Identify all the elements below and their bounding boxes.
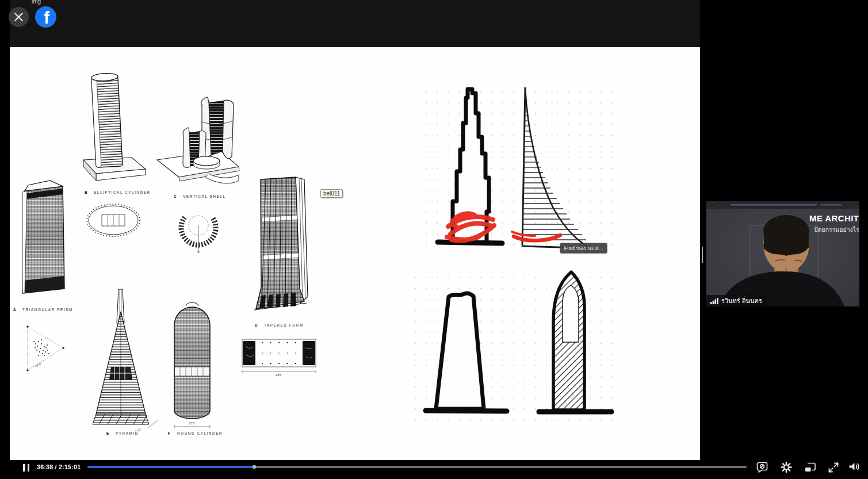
figure-tapered-form xyxy=(254,177,308,310)
speaker-name: รวินทร์ ถิ่นนคร xyxy=(721,296,762,306)
settings-button[interactable] xyxy=(782,462,791,472)
control-icons xyxy=(0,460,868,479)
slide-artwork: 600' 145' xyxy=(10,47,700,460)
webcam-banner-title: ME ARCHITE xyxy=(809,213,859,223)
gear-icon xyxy=(782,462,791,472)
figure-vertical-shell xyxy=(157,97,239,183)
label-tapered-form: TAPERED FORM xyxy=(264,323,304,327)
player-controls: 36:38 / 2:15:01 xyxy=(0,460,868,479)
speaker-name-badge: รวินทร์ ถิ่นนคร xyxy=(706,295,767,306)
filename-tooltip: bel011 xyxy=(320,189,343,198)
video-player[interactable]: img f xyxy=(0,0,868,479)
label-vertical-shell: VERTICAL SHELL xyxy=(183,194,226,198)
presenter-webcam: ME ARCHITE ปัตยกรรมอย่างไร รวินทร์ ถิ่นน… xyxy=(706,201,859,306)
meeting-app-icon xyxy=(710,203,714,208)
volume-icon xyxy=(850,463,859,470)
figure-pyramid: 145' xyxy=(93,289,158,433)
label-elliptical-cylinder: ELLIPTICAL CYLINDER xyxy=(94,190,151,194)
label-key-f: F xyxy=(168,431,171,435)
webcam-banner-subtitle: ปัตยกรรมอย่างไร xyxy=(814,225,859,235)
close-icon xyxy=(14,13,23,21)
figure-elliptical-cylinder xyxy=(83,72,146,181)
picture-in-picture-icon xyxy=(805,463,815,472)
plan-elliptical-cylinder xyxy=(87,204,140,236)
comments-disabled-button[interactable] xyxy=(758,463,767,473)
pip-button[interactable] xyxy=(805,463,815,472)
dim-triangle-plan: 600' xyxy=(35,362,42,368)
fullscreen-button[interactable] xyxy=(829,463,838,472)
label-key-b: B xyxy=(85,190,88,194)
label-key-c: C xyxy=(174,194,177,198)
page-corner-text: img xyxy=(32,0,41,5)
label-key-a: A xyxy=(13,308,17,312)
label-pyramid: PYRAMID xyxy=(116,431,139,435)
label-key-d: D xyxy=(255,323,258,327)
signal-bars-icon xyxy=(710,297,718,304)
figure-triangular-prism xyxy=(22,181,64,293)
facebook-logo-icon[interactable]: f xyxy=(35,6,56,28)
shared-slide: 600' 145' xyxy=(10,47,700,460)
plan-vertical-shell xyxy=(181,216,216,253)
label-key-e: E xyxy=(106,431,110,435)
label-round-cylinder: ROUND CYLINDER xyxy=(177,431,223,435)
figure-round-cylinder: 110' xyxy=(174,302,210,428)
dim-tapered-plan: 285' xyxy=(276,373,282,377)
ipad-source-label: iPad ของ NEX... xyxy=(560,243,607,254)
volume-button[interactable] xyxy=(850,463,859,470)
close-button[interactable] xyxy=(9,7,29,27)
plan-triangular-prism: 600' xyxy=(26,325,64,371)
dim-cylinder-base: 110' xyxy=(189,421,196,425)
label-triangular-prism: TRIANGULAR PRISM xyxy=(22,308,73,312)
plan-tapered-form: 285' xyxy=(242,339,316,377)
